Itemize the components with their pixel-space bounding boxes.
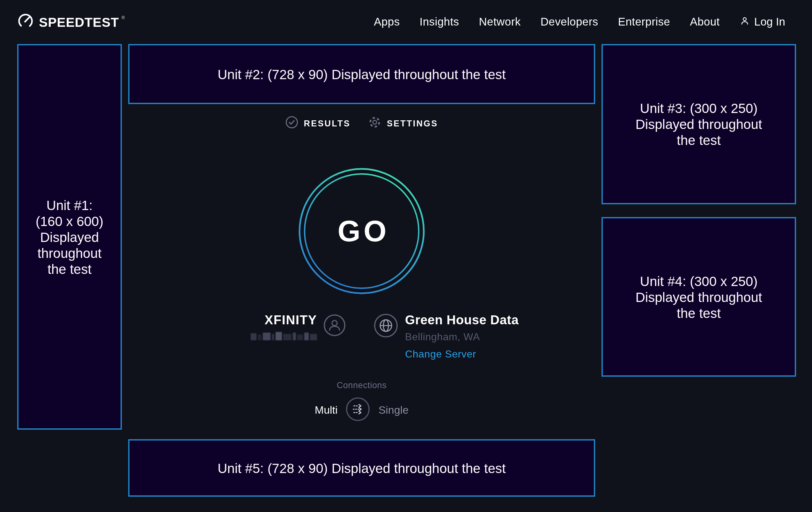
ad-unit-2[interactable]: Unit #2: (728 x 90) Displayed throughout… — [128, 44, 595, 104]
redacted-ip-text — [251, 332, 317, 340]
tab-results[interactable]: RESULTS — [285, 115, 350, 131]
login-label: Log In — [754, 15, 785, 29]
ad-unit-4-text: Unit #4: (300 x 250) Displayed throughou… — [636, 273, 762, 321]
ad-unit-4[interactable]: Unit #4: (300 x 250) Displayed throughou… — [602, 217, 796, 377]
ad-unit-5[interactable]: Unit #5: (728 x 90) Displayed throughout… — [128, 439, 595, 497]
speedtest-page: SPEEDTEST ® Apps Insights Network Develo… — [0, 0, 812, 512]
tab-results-label: RESULTS — [303, 118, 350, 128]
server-name: Green House Data — [405, 312, 519, 327]
nav-menu: Apps Insights Network Developers Enterpr… — [374, 15, 785, 29]
connections-single-label[interactable]: Single — [379, 404, 409, 417]
tab-settings[interactable]: SETTINGS — [368, 115, 438, 131]
login-button[interactable]: Log In — [740, 15, 785, 29]
nav-item-insights[interactable]: Insights — [420, 15, 459, 29]
nav-item-enterprise[interactable]: Enterprise — [618, 15, 670, 29]
nav-item-network[interactable]: Network — [479, 15, 521, 29]
brand-trademark: ® — [121, 15, 125, 20]
tab-settings-label: SETTINGS — [387, 118, 438, 128]
ad-unit-1[interactable]: Unit #1: (160 x 600) Displayed throughou… — [17, 44, 122, 430]
go-label: GO — [298, 167, 426, 295]
login-user-icon — [740, 15, 750, 29]
nav-item-apps[interactable]: Apps — [374, 15, 400, 29]
ad-unit-3-text: Unit #3: (300 x 250) Displayed throughou… — [636, 100, 762, 148]
isp-name: XFINITY — [264, 312, 317, 327]
ad-unit-1-text: Unit #1: (160 x 600) Displayed throughou… — [36, 197, 103, 277]
ad-unit-5-text: Unit #5: (728 x 90) Displayed throughout… — [218, 460, 506, 476]
gear-icon — [368, 115, 382, 131]
go-button[interactable]: GO — [298, 167, 426, 295]
brand-name: SPEEDTEST — [39, 15, 119, 30]
nav-bar: SPEEDTEST ® Apps Insights Network Develo… — [0, 0, 812, 44]
connections-label: Connections — [128, 380, 595, 390]
connections-toggle[interactable] — [346, 397, 370, 424]
server-info: Green House Data Bellingham, WA Change S… — [374, 311, 519, 360]
isp-info: XFINITY — [251, 311, 346, 340]
isp-user-icon — [323, 314, 346, 339]
check-circle-icon — [285, 115, 298, 131]
change-server-link[interactable]: Change Server — [405, 349, 519, 360]
speedometer-gauge-icon — [17, 12, 34, 32]
server-location: Bellingham, WA — [405, 331, 519, 343]
nav-item-developers[interactable]: Developers — [541, 15, 598, 29]
connections-multi-label[interactable]: Multi — [315, 404, 338, 417]
connections-section: Connections Multi Single — [128, 380, 595, 424]
ad-unit-3[interactable]: Unit #3: (300 x 250) Displayed throughou… — [602, 44, 796, 204]
nav-item-about[interactable]: About — [690, 15, 720, 29]
ad-unit-2-text: Unit #2: (728 x 90) Displayed throughout… — [218, 66, 506, 82]
globe-icon — [374, 314, 398, 340]
brand-logo[interactable]: SPEEDTEST ® — [17, 12, 127, 32]
tabs-row: RESULTS SETTINGS — [128, 115, 595, 131]
